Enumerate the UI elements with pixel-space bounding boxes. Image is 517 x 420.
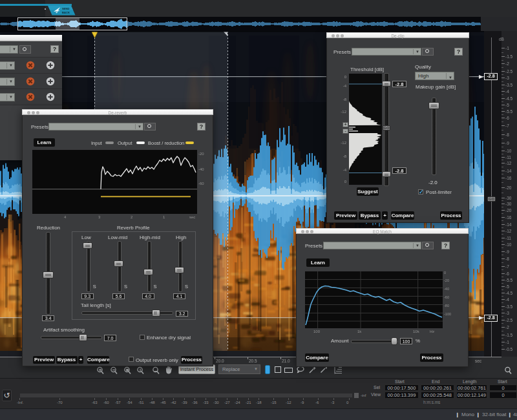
svg-text:SEND: SEND xyxy=(62,7,70,10)
svg-text:BACK: BACK xyxy=(62,11,70,14)
